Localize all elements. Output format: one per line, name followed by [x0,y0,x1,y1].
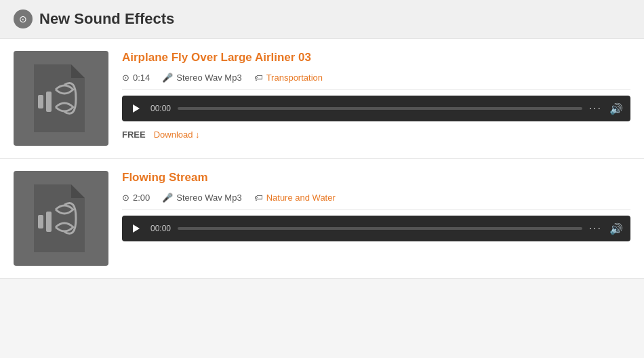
header-icon: ⊙ [14,9,33,28]
time-display-2: 00:00 [150,224,171,233]
category-1: 🏷 Transportation [254,73,323,83]
progress-bar-1[interactable] [178,107,582,110]
sound-title-1[interactable]: Airplane Fly Over Large Airliner 03 [122,51,630,64]
category-2: 🏷 Nature and Water [254,193,336,203]
sound-item-1: Airplane Fly Over Large Airliner 03 ⊙ 0:… [0,39,644,159]
play-button-2[interactable] [129,221,144,236]
sound-item-2: Flowing Stream ⊙ 2:00 🎤 Stereo Wav Mp3 🏷… [0,159,644,279]
volume-icon-2: 🔊 [609,222,623,235]
download-link-1[interactable]: Download ↓ [154,130,200,140]
clock-icon-2: ⊙ [122,193,129,203]
svg-rect-2 [38,215,43,228]
svg-rect-1 [46,92,52,112]
category-link-1[interactable]: Transportation [266,73,323,83]
download-row-1: FREE Download ↓ [122,130,630,140]
page-header: ⊙ New Sound Effects [0,0,644,39]
format-2: 🎤 Stereo Wav Mp3 [162,193,241,203]
volume-button-1[interactable]: 🔊 [609,101,624,116]
sound-title-2[interactable]: Flowing Stream [122,171,630,184]
format-1: 🎤 Stereo Wav Mp3 [162,73,241,83]
audio-player-2: 00:00 ··· 🔊 [122,216,630,241]
category-link-2[interactable]: Nature and Water [266,193,336,203]
sound-info-2: Flowing Stream ⊙ 2:00 🎤 Stereo Wav Mp3 🏷… [122,171,630,241]
progress-bar-2[interactable] [178,227,582,230]
sound-list: Airplane Fly Over Large Airliner 03 ⊙ 0:… [0,39,644,279]
sound-meta-2: ⊙ 2:00 🎤 Stereo Wav Mp3 🏷 Nature and Wat… [122,193,630,210]
audio-player-1: 00:00 ··· 🔊 [122,96,630,121]
mic-icon-1: 🎤 [162,73,173,83]
more-options-2[interactable]: ··· [589,222,602,235]
clock-icon-1: ⊙ [122,73,129,83]
time-display-1: 00:00 [150,104,171,113]
sound-thumbnail-2 [14,171,108,266]
tag-icon-1: 🏷 [254,73,263,83]
duration-1: ⊙ 0:14 [122,73,150,83]
play-button-1[interactable] [129,101,144,116]
more-options-1[interactable]: ··· [589,102,602,115]
mic-icon-2: 🎤 [162,193,173,203]
sound-info-1: Airplane Fly Over Large Airliner 03 ⊙ 0:… [122,51,630,140]
duration-2: ⊙ 2:00 [122,193,150,203]
sound-thumbnail-1 [14,51,108,146]
page-title: New Sound Effects [39,10,174,28]
sound-meta-1: ⊙ 0:14 🎤 Stereo Wav Mp3 🏷 Transportation [122,73,630,90]
svg-rect-0 [38,95,43,108]
svg-rect-3 [46,212,52,232]
price-label-1: FREE [122,130,146,140]
tag-icon-2: 🏷 [254,193,263,203]
volume-icon-1: 🔊 [609,102,623,115]
volume-button-2[interactable]: 🔊 [609,221,624,236]
